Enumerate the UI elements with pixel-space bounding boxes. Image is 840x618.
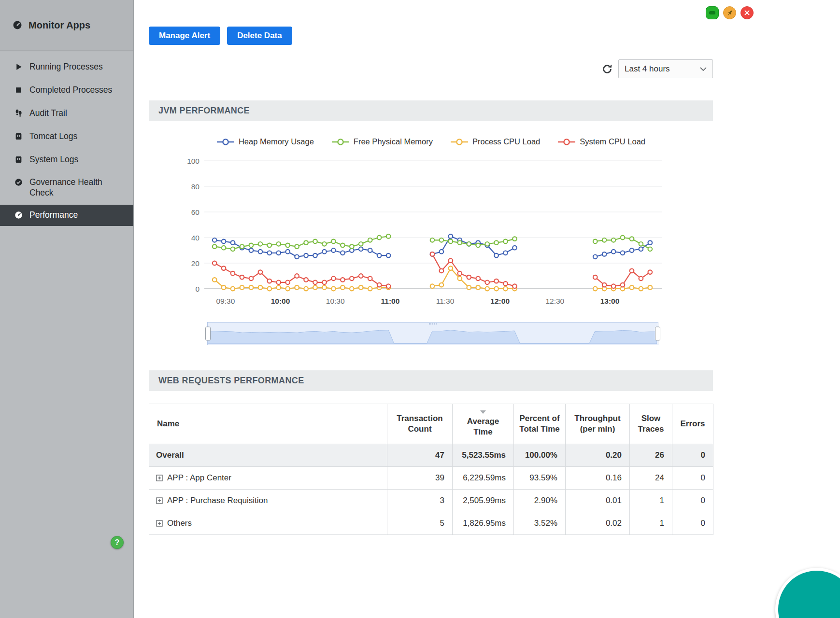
main-area: Manage Alert Delete Data Last 4 hours JV… xyxy=(134,0,840,618)
gauge-icon xyxy=(13,20,22,30)
legend-item-system-cpu-load[interactable]: System CPU Load xyxy=(557,137,645,146)
svg-text:09:30: 09:30 xyxy=(216,297,235,305)
column-header-transaction-count[interactable]: Transaction Count xyxy=(387,404,453,444)
time-range-row: Last 4 hours xyxy=(149,59,713,78)
content-column: Manage Alert Delete Data Last 4 hours JV… xyxy=(149,0,713,535)
column-header-label: Percent of Total Time xyxy=(519,414,559,434)
expand-icon[interactable] xyxy=(156,497,163,504)
row-value: 1 xyxy=(630,490,672,512)
table-row-others: Others51,826.95ms3.52%0.0210 xyxy=(149,512,713,535)
row-value: 1 xyxy=(630,512,672,535)
row-name: APP : App Center xyxy=(167,473,231,483)
time-range-select[interactable]: Last 4 hours xyxy=(618,59,713,78)
table-row-app-purchase-requisition: APP : Purchase Requisition32,505.99ms2.9… xyxy=(149,490,713,512)
svg-text:100: 100 xyxy=(187,157,199,165)
help-button[interactable]: ? xyxy=(111,536,124,549)
row-value: 6,229.59ms xyxy=(453,467,514,490)
legend-item-free-physical-memory[interactable]: Free Physical Memory xyxy=(331,137,433,146)
sidebar-item-governance-health-check[interactable]: Governance Health Check xyxy=(0,171,133,205)
manage-alert-button[interactable]: Manage Alert xyxy=(149,27,220,45)
row-value: 26 xyxy=(630,444,672,467)
row-value: 0.02 xyxy=(566,512,630,535)
legend-marker-icon xyxy=(557,138,576,146)
sidebar-item-label: Governance Health Check xyxy=(29,177,126,198)
row-value: 39 xyxy=(387,467,453,490)
minimize-button[interactable] xyxy=(706,6,719,19)
sidebar-item-tomcat-logs[interactable]: Tomcat Logs xyxy=(0,125,133,148)
row-name: Others xyxy=(167,519,192,528)
svg-text:20: 20 xyxy=(191,259,200,267)
expand-icon[interactable] xyxy=(156,475,163,481)
row-value: 93.59% xyxy=(514,467,566,490)
row-value: 3 xyxy=(387,490,453,512)
navigator-grip[interactable] xyxy=(429,323,437,324)
row-value: 47 xyxy=(387,444,453,467)
delete-data-button[interactable]: Delete Data xyxy=(227,27,292,45)
column-header-errors[interactable]: Errors xyxy=(672,404,713,444)
time-range-value: Last 4 hours xyxy=(625,64,670,74)
legend-marker-icon xyxy=(450,138,469,146)
stop-icon xyxy=(14,86,23,94)
column-header-name[interactable]: Name xyxy=(149,404,387,444)
expand-icon[interactable] xyxy=(156,520,163,527)
column-header-percent-of-total-time[interactable]: Percent of Total Time xyxy=(514,404,566,444)
svg-text:12:00: 12:00 xyxy=(490,297,510,305)
legend-label: Process CPU Load xyxy=(472,137,540,146)
sidebar-item-audit-trail[interactable]: Audit Trail xyxy=(0,102,133,125)
sidebar-item-label: Audit Trail xyxy=(29,108,67,119)
svg-text:12:30: 12:30 xyxy=(545,297,564,305)
web-requests-header: WEB REQUESTS PERFORMANCE xyxy=(149,370,713,391)
legend-item-process-cpu-load[interactable]: Process CPU Load xyxy=(450,137,540,146)
refresh-icon xyxy=(601,63,613,75)
column-header-throughput-per-min[interactable]: Throughput (per min) xyxy=(566,404,630,444)
column-header-label: Transaction Count xyxy=(397,414,442,434)
row-value: 2.90% xyxy=(514,490,566,512)
app-window: Monitor Apps Running ProcessesCompleted … xyxy=(0,0,840,618)
row-value: 5,523.55ms xyxy=(453,444,514,467)
minimize-icon xyxy=(709,11,715,14)
sidebar-item-performance[interactable]: Performance xyxy=(0,205,133,226)
svg-text:13:00: 13:00 xyxy=(600,297,620,305)
pin-icon xyxy=(726,9,734,17)
web-requests-title: WEB REQUESTS PERFORMANCE xyxy=(158,376,304,386)
chart-range-navigator[interactable] xyxy=(207,322,658,345)
sidebar: Monitor Apps Running ProcessesCompleted … xyxy=(0,0,134,618)
row-value: 0 xyxy=(672,512,713,535)
svg-text:40: 40 xyxy=(191,234,200,242)
jvm-performance-title: JVM PERFORMANCE xyxy=(158,106,250,116)
pin-button[interactable] xyxy=(723,6,736,19)
column-header-slow-traces[interactable]: Slow Traces xyxy=(630,404,672,444)
refresh-button[interactable] xyxy=(600,62,614,76)
close-icon xyxy=(744,10,750,16)
row-value: 1,826.95ms xyxy=(453,512,514,535)
legend-label: System CPU Load xyxy=(580,137,645,146)
legend-label: Heap Memory Usage xyxy=(239,137,314,146)
assistant-bubble[interactable] xyxy=(775,568,840,618)
sidebar-item-running-processes[interactable]: Running Processes xyxy=(0,56,133,79)
row-value: 100.00% xyxy=(514,444,566,467)
play-icon xyxy=(14,63,23,71)
sidebar-item-label: Running Processes xyxy=(29,62,103,72)
svg-text:11:00: 11:00 xyxy=(381,297,400,305)
web-requests-table: NameTransaction CountAverage TimePercent… xyxy=(149,404,713,535)
legend-item-heap-memory-usage[interactable]: Heap Memory Usage xyxy=(216,137,314,146)
legend-label: Free Physical Memory xyxy=(354,137,433,146)
sidebar-item-completed-processes[interactable]: Completed Processes xyxy=(0,79,133,102)
sidebar-item-label: Tomcat Logs xyxy=(29,131,77,142)
row-value: 0.16 xyxy=(566,467,630,490)
row-value: 0 xyxy=(672,444,713,467)
svg-text:0: 0 xyxy=(195,285,199,293)
sidebar-header: Monitor Apps xyxy=(0,0,133,51)
jvm-performance-header: JVM PERFORMANCE xyxy=(149,100,713,121)
close-button[interactable] xyxy=(740,6,754,19)
sidebar-item-label: Performance xyxy=(29,210,78,221)
navigator-left-handle[interactable] xyxy=(205,327,211,341)
navigator-right-handle[interactable] xyxy=(655,327,660,341)
column-header-average-time[interactable]: Average Time xyxy=(453,404,514,444)
row-value: 5 xyxy=(387,512,453,535)
chart-legend: Heap Memory UsageFree Physical MemoryPro… xyxy=(149,137,713,146)
svg-text:80: 80 xyxy=(191,183,200,191)
sidebar-item-system-logs[interactable]: System Logs xyxy=(0,148,133,171)
navigator-area-chart xyxy=(208,323,657,344)
column-header-label: Errors xyxy=(680,419,705,428)
